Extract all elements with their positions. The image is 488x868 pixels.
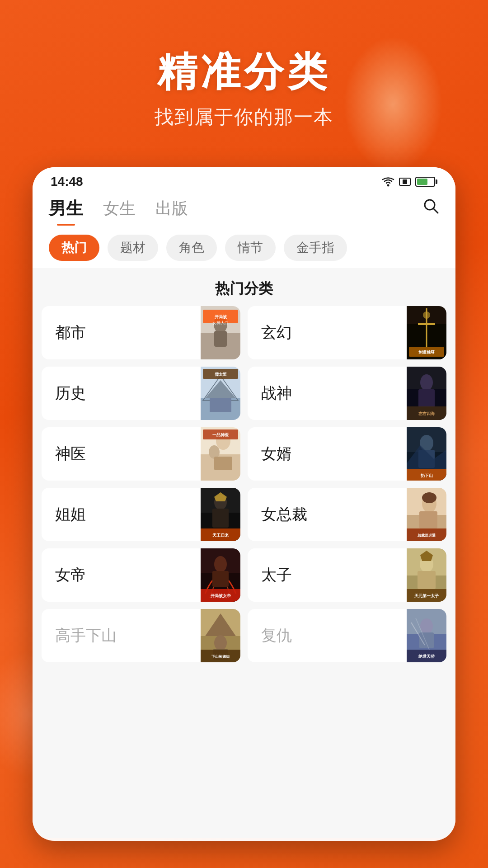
cover-gaoshou: 下山捡媳妇 <box>201 609 240 662</box>
svg-text:儒太监: 儒太监 <box>214 372 227 377</box>
label-jiejie: 姐姐 <box>42 504 201 525</box>
cover-dushi: 开局被 女神大白 <box>201 306 240 359</box>
hero-subtitle: 找到属于你的那一本 <box>0 104 488 130</box>
cover-shenyi: 一品神医 <box>201 427 240 481</box>
category-jiejie[interactable]: 姐姐 天王归来 <box>42 488 240 541</box>
svg-text:开局被女帝: 开局被女帝 <box>210 593 231 598</box>
svg-point-26 <box>420 374 433 391</box>
category-lishi[interactable]: 历史 儒太监 <box>42 367 240 420</box>
category-nüzongcai[interactable]: 女总裁 总裁送运通 <box>248 488 446 541</box>
category-fuchu[interactable]: 复仇 绝世天骄 <box>248 609 446 662</box>
grid-row-3: 神医 一品神医 女婿 <box>42 427 446 481</box>
svg-text:一品神医: 一品神医 <box>212 433 229 437</box>
cover-nüdi: 开局被女帝 <box>201 548 240 602</box>
label-lishi: 历史 <box>42 383 201 404</box>
svg-text:剑道独尊: 剑道独尊 <box>418 349 435 354</box>
svg-point-60 <box>214 556 227 572</box>
cover-jiejie: 天王归来 <box>201 488 240 541</box>
label-gaoshou: 高手下山 <box>42 625 201 646</box>
category-shenyi[interactable]: 神医 一品神医 <box>42 427 240 481</box>
phone-mockup: 14:48 男生 女生 出 <box>33 167 455 841</box>
svg-rect-21 <box>210 398 231 412</box>
cover-nüxu: 扔下山 <box>407 427 446 481</box>
label-dushi: 都市 <box>42 322 201 343</box>
svg-text:天元第一太子: 天元第一太子 <box>414 594 439 598</box>
label-taizi: 太子 <box>248 565 407 585</box>
grid-row-6: 高手下山 下山捡媳妇 复仇 <box>42 609 446 662</box>
label-shenyi: 神医 <box>42 443 201 464</box>
filter-bar: 热门 题材 角色 情节 金手指 <box>33 226 455 268</box>
category-dushi[interactable]: 都市 开局被 女神大白 <box>42 306 240 359</box>
category-taizi[interactable]: 太子 天元第一太子 <box>248 548 446 602</box>
svg-point-0 <box>387 184 389 187</box>
svg-rect-54 <box>419 511 437 528</box>
category-nüdi[interactable]: 女帝 开局被女帝 <box>42 548 240 602</box>
label-zhanshen: 战神 <box>248 383 407 404</box>
cover-fuchu: 绝世天骄 <box>407 609 446 662</box>
tab-female[interactable]: 女生 <box>103 198 136 225</box>
label-nüdi: 女帝 <box>42 565 201 585</box>
category-nüxu[interactable]: 女婿 扔下山 <box>248 427 446 481</box>
label-xuanhuan: 玄幻 <box>248 322 407 343</box>
svg-text:女神大白: 女神大白 <box>212 321 229 325</box>
svg-rect-34 <box>214 457 232 470</box>
grid-row-5: 女帝 开局被女帝 <box>42 548 446 602</box>
category-gaoshou[interactable]: 高手下山 下山捡媳妇 <box>42 609 240 662</box>
status-icons <box>382 177 437 187</box>
category-xuanhuan[interactable]: 玄幻 剑道独尊 <box>248 306 446 359</box>
grid-row-2: 历史 儒太监 战神 <box>42 367 446 420</box>
svg-text:下山捡媳妇: 下山捡媳妇 <box>211 655 230 659</box>
svg-text:总裁送运通: 总裁送运通 <box>417 533 436 538</box>
svg-text:开局被: 开局被 <box>214 315 227 319</box>
svg-point-55 <box>422 492 436 503</box>
svg-rect-27 <box>418 389 435 407</box>
cover-lishi: 儒太监 <box>201 367 240 420</box>
battery-icon <box>415 177 437 187</box>
filter-plot[interactable]: 情节 <box>225 235 276 261</box>
tab-male[interactable]: 男生 <box>49 197 83 226</box>
svg-point-73 <box>214 635 227 651</box>
svg-rect-67 <box>418 571 436 589</box>
svg-text:扔下山: 扔下山 <box>420 473 433 478</box>
svg-rect-47 <box>212 509 229 528</box>
svg-point-79 <box>420 618 433 634</box>
filter-goldfinger[interactable]: 金手指 <box>284 235 347 261</box>
filter-subject[interactable]: 题材 <box>108 235 158 261</box>
grid-row-1: 都市 开局被 女神大白 玄幻 <box>42 306 446 359</box>
svg-rect-61 <box>212 571 229 587</box>
status-bar: 14:48 <box>33 167 455 193</box>
svg-rect-6 <box>214 331 227 347</box>
cover-xuanhuan: 剑道独尊 <box>407 306 446 359</box>
label-fuchu: 复仇 <box>248 625 407 646</box>
svg-line-2 <box>433 208 438 213</box>
hero-section: 精准分类 找到属于你的那一本 <box>0 45 488 130</box>
svg-text:绝世天骄: 绝世天骄 <box>418 654 435 659</box>
wifi-icon <box>382 177 394 187</box>
cover-zhanshen: 左右四海 <box>407 367 446 420</box>
grid-row-4: 姐姐 天王归来 女 <box>42 488 446 541</box>
signal-icon <box>399 178 411 186</box>
filter-hot[interactable]: 热门 <box>49 235 99 261</box>
svg-point-14 <box>423 311 430 319</box>
filter-role[interactable]: 角色 <box>166 235 217 261</box>
tab-publish[interactable]: 出版 <box>155 198 188 225</box>
cover-nüzongcai: 总裁送运通 <box>407 488 446 541</box>
cover-taizi: 天元第一太子 <box>407 548 446 602</box>
nav-tabs: 男生 女生 出版 <box>33 193 455 226</box>
category-zhanshen[interactable]: 战神 左右四海 <box>248 367 446 420</box>
search-button[interactable] <box>422 197 439 217</box>
section-title: 热门分类 <box>42 268 446 306</box>
svg-text:左右四海: 左右四海 <box>418 411 435 416</box>
status-time: 14:48 <box>51 175 83 189</box>
svg-text:天王归来: 天王归来 <box>212 533 229 538</box>
label-nüzongcai: 女总裁 <box>248 504 407 525</box>
hero-title: 精准分类 <box>0 45 488 99</box>
label-nüxu: 女婿 <box>248 443 407 464</box>
grid-container: 热门分类 都市 开局被 女神大白 <box>33 268 455 838</box>
